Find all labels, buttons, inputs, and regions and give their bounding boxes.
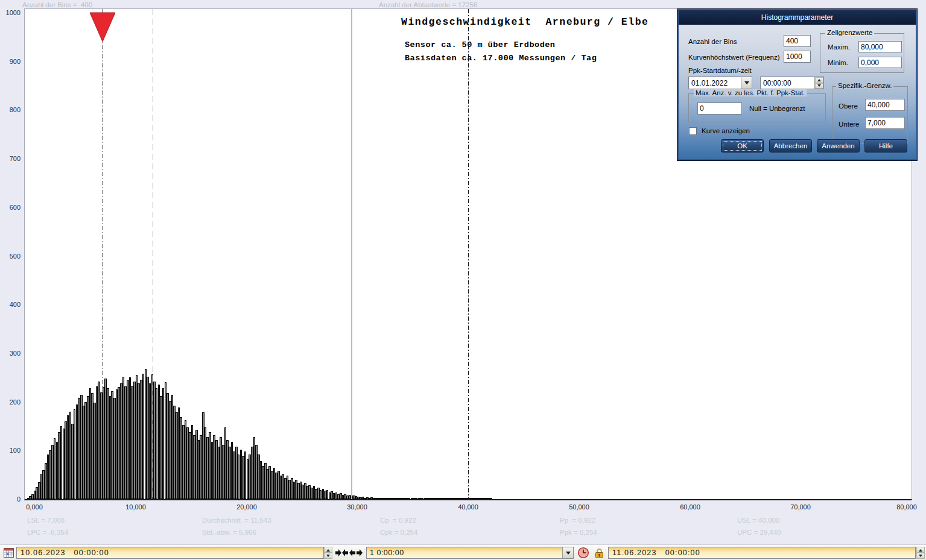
x-axis-tick-label: 70,000	[790, 503, 811, 511]
clock-icon	[577, 547, 589, 559]
date-to-spinner[interactable]	[916, 547, 925, 559]
y-axis-tick-label: 300	[10, 350, 21, 357]
arrows-outward-icon	[349, 549, 363, 557]
min-input[interactable]	[858, 57, 902, 68]
spinner-up-icon[interactable]	[324, 547, 332, 553]
stat-cpk: Cpk = 0,254	[380, 529, 417, 536]
dropdown-arrow-icon[interactable]	[562, 547, 573, 558]
histogram-parameter-dialog: Histogrammparameter Anzahl der Bins Kurv…	[677, 8, 918, 161]
usl-line	[468, 9, 469, 499]
chart-subtitle-1: Sensor ca. 50 m über Erdboden	[405, 40, 555, 49]
peak-input[interactable]	[784, 51, 811, 63]
x-axis-tick-label: 60,000	[680, 503, 700, 511]
date-to-value: 11.06.2023 00:00:00	[612, 549, 700, 557]
arrows-inward-icon	[335, 549, 348, 557]
spinner-up-icon[interactable]	[815, 77, 823, 83]
upper-label: Obere	[839, 102, 858, 110]
x-axis-tick-label: 10,000	[125, 503, 146, 511]
meta-samples-label: Anzahl der Abtastwerte = 17256	[379, 1, 477, 8]
x-axis-tick-label: 80,000	[896, 503, 917, 511]
chart-title: Windgeschwindigkeit Arneburg / Elbe	[401, 16, 649, 28]
app-window: Anzahl der Bins = 400 Anzahl der Abtastw…	[0, 0, 926, 560]
stat-lsl: LSL = 7,000	[27, 517, 65, 524]
meta-bins-label: Anzahl der Bins = 400	[22, 1, 92, 8]
ppk-date-dropdown[interactable]: 01.01.2022	[688, 77, 752, 89]
lsl-arrow-marker	[89, 11, 116, 43]
curve-checkbox[interactable]	[689, 127, 697, 135]
max-label: Maxim.	[828, 43, 850, 51]
max-points-input[interactable]	[697, 102, 742, 115]
spinner-down-icon[interactable]	[916, 553, 925, 559]
cell-limits-group: Zellgrenzwerte Maxim. Minim.	[820, 33, 904, 73]
curve-checkbox-label: Kurve anzeigen	[702, 127, 750, 134]
date-from-value: 10.06.2023 00:00:00	[21, 549, 109, 557]
max-input[interactable]	[858, 41, 902, 52]
x-axis: 0,00010,00020,00030,00040,00050,00060,00…	[0, 503, 926, 513]
x-axis-tick-label: 20,000	[236, 503, 257, 511]
calendar-button[interactable]	[2, 547, 15, 559]
min-label: Minim.	[828, 59, 848, 66]
y-axis: 01002003004005006007008009001000	[0, 0, 22, 518]
mean-line	[153, 9, 153, 499]
x-axis-tick-label: 0,000	[26, 503, 43, 511]
dropdown-arrow-icon[interactable]	[741, 77, 752, 89]
help-button[interactable]: Hilfe	[864, 139, 907, 153]
spec-limits-group: Spezifik.-Grenzw. Obere Untere	[832, 86, 908, 144]
cancel-button[interactable]: Abbrechen	[769, 139, 812, 153]
ppk-start-label: Ppk-Startdatum/-zeit	[688, 67, 752, 74]
cell-limits-group-label: Zellgrenzwerte	[825, 29, 874, 36]
lock-button[interactable]	[592, 547, 606, 559]
stat-stddev: Std.-abw. = 5,966	[202, 529, 256, 536]
ppk-time-spinner[interactable]	[814, 77, 823, 89]
calendar-icon	[4, 548, 14, 558]
y-axis-tick-label: 600	[10, 204, 21, 211]
date-from-spinner[interactable]	[324, 547, 332, 559]
stat-ppk: Ppk = 0,254	[560, 529, 597, 536]
upper-input[interactable]	[865, 99, 905, 111]
ppk-time-field[interactable]: 00:00:00	[760, 77, 824, 89]
lock-icon	[594, 547, 604, 559]
lower-input[interactable]	[865, 117, 905, 129]
x-axis-tick-label: 40,000	[458, 503, 478, 511]
dialog-title-bar[interactable]: Histogrammparameter	[679, 10, 916, 25]
y-axis-tick-label: 500	[10, 253, 21, 260]
stat-mean: Durchschnitt = 11,543	[202, 517, 271, 524]
y-axis-tick-label: 0	[17, 496, 21, 503]
bins-field-label: Anzahl der Bins	[688, 38, 737, 45]
peak-field-label: Kurvenhöchstwert (Frequenz)	[688, 54, 779, 61]
date-from-field[interactable]: 10.06.2023 00:00:00	[16, 547, 324, 559]
x-axis-tick-label: 30,000	[347, 503, 367, 511]
y-axis-tick-label: 1000	[6, 9, 21, 16]
max-points-group-label: Max. Anz. v. zu les. Pkt. f. Ppk-Stat.	[694, 89, 807, 96]
collapse-range-button[interactable]	[335, 547, 348, 559]
stat-usl: USL = 40,000	[737, 517, 779, 524]
lsl-line	[103, 9, 103, 499]
bins-input[interactable]	[784, 35, 811, 47]
ppk-time-value: 00:00:00	[761, 79, 814, 87]
spec-limits-group-label: Spezifik.-Grenzw.	[836, 82, 893, 89]
histogram-bar	[490, 498, 493, 499]
apply-button[interactable]: Anwenden	[817, 139, 860, 153]
ok-button[interactable]: OK	[721, 139, 764, 153]
y-axis-tick-label: 200	[10, 398, 21, 406]
max-points-group: Max. Anz. v. zu les. Pkt. f. Ppk-Stat. N…	[688, 93, 826, 122]
max-points-hint: Null = Unbegrenzt	[749, 105, 805, 112]
x-axis-tick-label: 50,000	[569, 503, 589, 511]
y-axis-tick-label: 900	[10, 58, 21, 65]
lower-label: Untere	[839, 121, 860, 128]
y-axis-tick-label: 700	[10, 155, 21, 162]
stat-pp: Pp = 0,922	[560, 517, 595, 524]
y-axis-tick-label: 400	[10, 301, 21, 308]
y-axis-tick-label: 800	[10, 106, 21, 113]
expand-range-button[interactable]	[349, 547, 363, 559]
stat-cp: Cp = 0,922	[380, 517, 416, 524]
chart-subtitle-2: Basisdaten ca. 17.000 Messungen / Tag	[405, 54, 597, 63]
spinner-down-icon[interactable]	[815, 83, 823, 89]
date-to-field[interactable]: 11.06.2023 00:00:00	[608, 547, 916, 559]
spinner-down-icon[interactable]	[324, 553, 332, 559]
y-axis-tick-label: 100	[10, 447, 21, 454]
interval-dropdown[interactable]: 1 0:00:00	[366, 547, 574, 559]
clock-button[interactable]	[577, 547, 590, 559]
stat-upc: UPC = 29,440	[737, 529, 781, 536]
spinner-up-icon[interactable]	[916, 547, 925, 553]
